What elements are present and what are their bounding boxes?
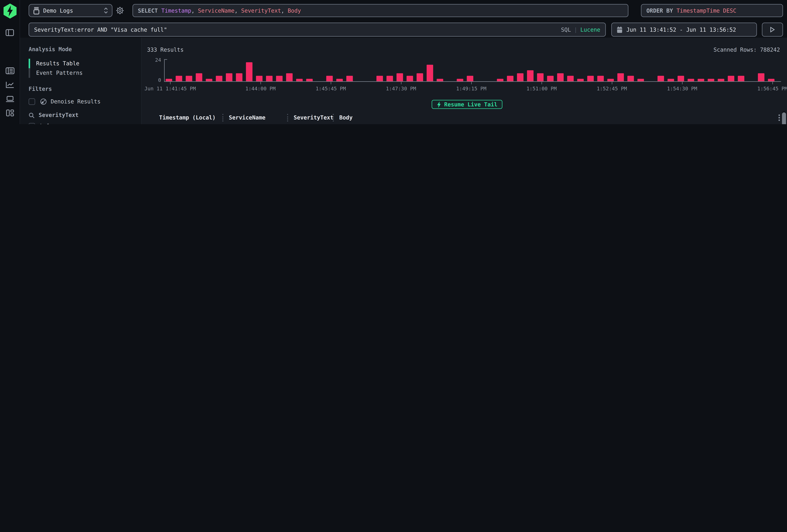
query-field: Timestamp [161, 7, 191, 14]
histogram-bar [477, 59, 487, 81]
select-keyword: SELECT [138, 7, 158, 14]
histogram-bar [196, 59, 206, 81]
histogram-bar [708, 59, 718, 81]
histogram-bar [266, 59, 276, 81]
search-icon [29, 112, 35, 118]
histogram-bar [236, 59, 246, 81]
chart-icon[interactable] [0, 78, 20, 92]
info-checkbox[interactable] [29, 123, 35, 124]
histogram-bar [758, 59, 768, 81]
lightning-icon [437, 101, 441, 108]
histogram-bar [296, 59, 306, 81]
histogram-bar [306, 59, 316, 81]
time-range-label: Jun 11 13:41:52 - Jun 11 13:56:52 [626, 26, 736, 33]
mode-sql-toggle[interactable]: SQL [561, 26, 571, 33]
histogram-bar [557, 59, 567, 81]
histogram-bar [537, 59, 547, 81]
order-by-input[interactable]: ORDER BY TimestampTime DESC [641, 4, 783, 17]
query-field: Body [288, 7, 301, 14]
topbar-row-1: Demo Logs SELECT Times [29, 4, 783, 17]
histogram-bar [567, 59, 577, 81]
x-axis-tick: 1:44:00 PM [246, 82, 276, 91]
time-range-picker[interactable]: Jun 11 13:41:52 - Jun 11 13:56:52 [611, 22, 757, 37]
sidebar-item-event-patterns[interactable]: Event Patterns [29, 68, 132, 78]
results-header: 333 Results Scanned Rows: 788242 [147, 46, 787, 53]
logs-icon[interactable] [0, 64, 20, 78]
histogram-plot[interactable] [164, 59, 781, 82]
histogram-bar [718, 59, 728, 81]
filters-sidebar: Analysis Mode Results Table Event Patter… [20, 38, 142, 124]
histogram-bar [688, 59, 698, 81]
scanned-rows: Scanned Rows: 788242 [714, 46, 780, 53]
x-axis-tick: 1:51:00 PM [527, 82, 557, 91]
histogram-bar [226, 59, 236, 81]
table-row[interactable]: ›Jun 11 1:56:51.982 PMfrontenderror× {"c… [147, 123, 787, 124]
sidebar-item-results-table[interactable]: Results Table [29, 59, 132, 68]
histogram-bar [366, 59, 377, 81]
dataset-label: Demo Logs [43, 7, 104, 14]
panel-left-icon[interactable] [0, 26, 20, 40]
results-histogram[interactable]: 24 0 Jun 11 1:41:45 PM1:44:00 PM1:45:45 … [147, 59, 781, 94]
histogram-bar [637, 59, 647, 81]
histogram-bar [728, 59, 738, 81]
x-axis-tick: 1:54:30 PM [667, 82, 697, 91]
table-options-kebab-icon[interactable] [779, 117, 780, 119]
query-field: ServiceName [198, 7, 234, 14]
search-input[interactable] [34, 26, 561, 33]
histogram-bar [176, 59, 186, 81]
column-header-body[interactable]: Body [333, 114, 779, 122]
gear-icon[interactable] [112, 6, 127, 15]
calendar-icon [617, 26, 622, 33]
histogram-bar [698, 59, 708, 81]
histogram-bar [507, 59, 517, 81]
run-query-button[interactable] [762, 22, 783, 37]
histogram-bar [547, 59, 557, 81]
filters-heading: Filters [29, 86, 132, 92]
resume-live-tail-button[interactable]: Resume Live Tail [431, 100, 503, 109]
select-query-input[interactable]: SELECT Timestamp, ServiceName, SeverityT… [132, 4, 628, 17]
column-header-severitytext[interactable]: SeverityText [287, 114, 333, 122]
histogram-bar [256, 59, 266, 81]
scrollbar-thumb[interactable] [782, 112, 786, 124]
histogram-bar [427, 59, 437, 81]
denoise-results-toggle[interactable]: Denoise Results [29, 98, 132, 105]
x-axis-tick: 1:47:30 PM [386, 82, 416, 91]
app-logo-icon[interactable] [3, 3, 16, 19]
filter-option-info[interactable]: info [29, 123, 132, 124]
histogram-bar [647, 59, 658, 81]
histogram-bar [397, 59, 407, 81]
histogram-bar [667, 59, 678, 81]
mode-separator: | [574, 26, 577, 33]
histogram-bar [617, 59, 628, 81]
histogram-bar [447, 59, 457, 81]
right-column: Demo Logs SELECT Times [20, 0, 787, 124]
histogram-bar [517, 59, 527, 81]
histogram-bar [628, 59, 637, 81]
x-axis-tick: Jun 11 1:41:45 PM [145, 82, 196, 91]
denoise-checkbox[interactable] [29, 98, 35, 105]
dataset-select[interactable]: Demo Logs [29, 4, 112, 17]
histogram-bar [377, 59, 387, 81]
dashboard-icon[interactable] [0, 106, 20, 120]
laptop-icon[interactable] [0, 92, 20, 106]
order-by-value: TimestampTime DESC [677, 7, 736, 14]
column-header-servicename[interactable]: ServiceName [222, 114, 287, 122]
log-rows: ›Jun 11 1:56:51.982 PMfrontenderror× {"c… [147, 123, 787, 124]
histogram-bar [738, 59, 748, 81]
analysis-mode-heading: Analysis Mode [29, 46, 132, 52]
column-header-timestamp[interactable]: Timestamp (Local) [154, 114, 222, 121]
denoise-icon [40, 98, 47, 105]
y-axis-max-label: 24 [147, 57, 161, 63]
mode-lucene-toggle[interactable]: Lucene [580, 26, 600, 33]
histogram-bar [748, 59, 758, 81]
topbar-row-2: SQL | Lucene Jun 11 13:41:52 - Jun 11 13… [29, 22, 783, 37]
histogram-bar [186, 59, 196, 81]
table-scrollbar[interactable] [782, 111, 786, 124]
results-main: 333 Results Scanned Rows: 788242 24 0 Ju… [142, 38, 787, 124]
histogram-bar [206, 59, 216, 81]
histogram-bar [587, 59, 597, 81]
live-tail-row: Resume Live Tail [147, 100, 787, 109]
histogram-bar [276, 59, 286, 81]
histogram-bar [356, 59, 366, 81]
histogram-bar [417, 59, 427, 81]
